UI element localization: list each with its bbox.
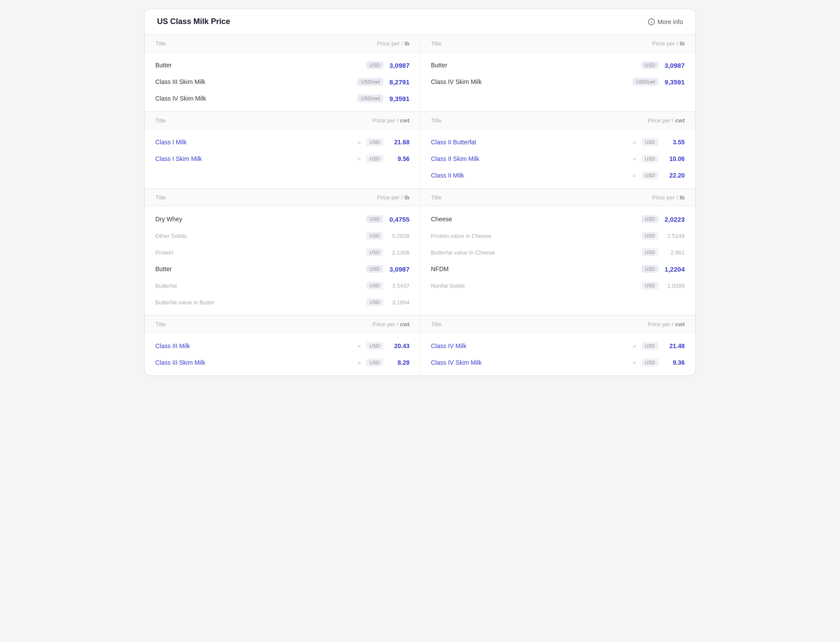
row-label: Other Solids — [155, 233, 187, 239]
section-header-left-comp: Title Price per / lb — [145, 189, 420, 206]
row-value-group: USD 3.5437 — [366, 282, 410, 290]
section-title: Title — [431, 40, 441, 47]
price-value: 3,0987 — [387, 62, 410, 69]
row-value-group: USD 2.1306 — [366, 248, 410, 256]
equals-sign: = — [633, 156, 636, 162]
section-price-label: Price per / cwt — [372, 321, 410, 328]
section-header-right-class4: Title Price per / cwt — [420, 316, 695, 333]
price-value: 9,3591 — [387, 95, 410, 102]
row-value-group: USD 2.5148 — [641, 232, 685, 240]
row-label: Class IV Skim Milk — [431, 78, 482, 85]
row-value-group: = USD 8.28 — [357, 359, 410, 366]
price-value: 9.56 — [387, 155, 410, 162]
price-value: 1,2204 — [662, 265, 685, 273]
price-value: 22.20 — [662, 172, 685, 179]
row-label: Nonfat Solids — [431, 283, 465, 289]
price-value: 8,2791 — [387, 78, 410, 86]
currency-badge: USD — [366, 61, 383, 69]
card-header: US Class Milk Price More info — [145, 9, 695, 35]
equals-sign: = — [633, 139, 636, 146]
section-title: Title — [155, 117, 166, 124]
equals-sign: = — [357, 139, 361, 146]
svg-point-2 — [651, 20, 651, 21]
currency-badge: USD/cwt — [357, 94, 383, 102]
class-ii-milk-link[interactable]: Class II Milk — [431, 172, 464, 179]
class-iv-skim-milk-link[interactable]: Class IV Skim Milk — [431, 359, 482, 366]
section-right-comp: Cheese USD 2,0223 Protein value in Chees… — [420, 206, 695, 315]
section-row-3-data: Dry Whey USD 0,4755 Other Solids USD 0.2… — [145, 206, 695, 315]
class-ii-skim-milk-link[interactable]: Class II Skim Milk — [431, 155, 479, 162]
row-label: Butterfat value in Cheese — [431, 249, 495, 256]
price-value: 3,0987 — [662, 62, 685, 69]
currency-badge: USD — [641, 282, 658, 290]
table-row: NFDM USD 1,2204 — [420, 261, 695, 277]
table-row: Butter USD 3,0987 — [420, 57, 695, 73]
table-row: Butter USD 3,0987 — [145, 261, 420, 277]
currency-badge: USD — [366, 265, 383, 273]
class-iii-milk-link[interactable]: Class III Milk — [155, 342, 190, 349]
section-header-right-comp: Title Price per / lb — [420, 189, 695, 206]
currency-badge: USD — [366, 232, 383, 240]
equals-sign: = — [633, 172, 636, 179]
row-value-group: USD 3,0987 — [366, 265, 410, 273]
price-value: 2,0223 — [662, 216, 685, 223]
section-price-label: Price per / cwt — [648, 321, 685, 328]
price-value: 1.0399 — [662, 283, 685, 289]
row-label: Class III Skim Milk — [155, 78, 205, 85]
table-row: Class I Skim Milk = USD 9.56 — [145, 150, 420, 167]
more-info-button[interactable]: More info — [648, 18, 683, 25]
price-value: 2.861 — [662, 249, 685, 256]
row-value-group: = USD 9.36 — [633, 359, 685, 366]
table-row: Class III Skim Milk = USD 8.28 — [145, 354, 420, 371]
table-row: Class IV Skim Milk USD/cwt 9,3591 — [145, 90, 420, 107]
row-value-group: USD 0,4755 — [366, 215, 410, 223]
price-value: 2.5148 — [662, 233, 685, 239]
row-value-group: USD 2,0223 — [641, 215, 685, 223]
equals-sign: = — [357, 156, 361, 162]
table-row: Protein USD 2.1306 — [145, 244, 420, 261]
table-row: Class IV Skim Milk USD/cwt 9,3591 — [420, 73, 695, 90]
equals-sign: = — [633, 343, 636, 349]
section-right-top: Butter USD 3,0987 Class IV Skim Milk USD… — [420, 52, 695, 111]
class-iv-milk-link[interactable]: Class IV Milk — [431, 342, 466, 349]
price-value: 2.1306 — [387, 249, 410, 256]
row-label: Protein — [155, 249, 173, 256]
table-row: Class II Milk = USD 22.20 — [420, 167, 695, 184]
section-title: Title — [155, 321, 166, 328]
table-row: Class IV Skim Milk = USD 9.36 — [420, 354, 695, 371]
row-value-group: USD 3,0987 — [366, 61, 410, 69]
table-row: Butterfat USD 3.5437 — [145, 277, 420, 294]
equals-sign: = — [357, 343, 361, 349]
table-row: Class III Skim Milk USD/cwt 8,2791 — [145, 73, 420, 90]
row-label: Dry Whey — [155, 216, 182, 223]
equals-sign: = — [357, 359, 361, 366]
section-left-class1: Class I Milk = USD 21.68 Class I Skim Mi… — [145, 129, 420, 188]
table-row: Class I Milk = USD 21.68 — [145, 134, 420, 150]
currency-badge: USD — [366, 215, 383, 223]
class-ii-butterfat-link[interactable]: Class II Butterfat — [431, 139, 476, 146]
currency-badge: USD — [641, 155, 658, 163]
section-title: Title — [155, 194, 166, 201]
price-value: 9.36 — [662, 359, 685, 366]
price-value: 3.55 — [662, 139, 685, 146]
price-value: 0,4755 — [387, 216, 410, 223]
row-label: Butter — [431, 62, 447, 69]
section-right-class4: Class IV Milk = USD 21.48 Class IV Skim … — [420, 333, 695, 375]
class-i-milk-link[interactable]: Class I Milk — [155, 139, 187, 146]
currency-badge: USD — [641, 248, 658, 256]
section-price-label: Price per / lb — [652, 194, 685, 201]
row-value-group: = USD 21.48 — [633, 342, 685, 350]
class-i-skim-milk-link[interactable]: Class I Skim Milk — [155, 155, 202, 162]
class-iii-skim-milk-link[interactable]: Class III Skim Milk — [155, 359, 205, 366]
section-title: Title — [431, 194, 441, 201]
main-card: US Class Milk Price More info Title Pric… — [144, 9, 696, 376]
row-label: Protein value in Cheese — [431, 233, 491, 239]
currency-badge: USD — [641, 342, 658, 350]
section-price-label: Price per / cwt — [648, 117, 685, 124]
currency-badge: USD — [366, 298, 383, 306]
row-label: NFDM — [431, 265, 448, 272]
section-header-right-class2: Title Price per / cwt — [420, 112, 695, 129]
section-right-class2: Class II Butterfat = USD 3.55 Class II S… — [420, 129, 695, 188]
row-value-group: USD/cwt 8,2791 — [357, 78, 410, 86]
table-row: Other Solids USD 0.2838 — [145, 227, 420, 244]
